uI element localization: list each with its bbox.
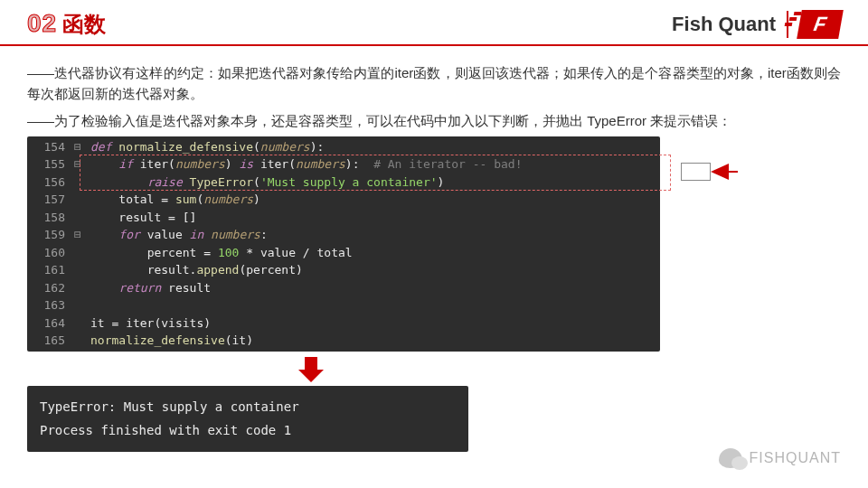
code-line: 159⊟ for value in numbers: [27, 226, 660, 244]
code-line: 164it = iter(visits) [27, 314, 660, 333]
section-number: 02 [27, 9, 57, 38]
brand-logo-icon: F [797, 10, 844, 39]
brand-name: Fish Quant [672, 13, 776, 36]
console-line-2: Process finished with exit code 1 [40, 418, 456, 443]
arrow-down-icon [298, 357, 324, 382]
code-line: 163 [27, 296, 660, 314]
header-left: 02 函数 [27, 9, 106, 39]
slide-content: ——迭代器协议有这样的约定：如果把迭代器对象传给内置的iter函数，则返回该迭代… [0, 46, 868, 452]
logo-divider [787, 11, 788, 38]
code-line: 157 total = sum(numbers) [27, 191, 660, 209]
code-area: 154⊟def normalize_defensive(numbers):155… [27, 136, 841, 352]
code-line: 154⊟def normalize_defensive(numbers): [27, 138, 660, 156]
section-title: 函数 [62, 10, 106, 39]
console-output: TypeError: Must supply a container Proce… [27, 386, 468, 452]
code-line: 158 result = [] [27, 209, 660, 227]
wechat-icon [719, 448, 742, 468]
code-line: 155⊟ if iter(numbers) is iter(numbers): … [27, 155, 660, 174]
slide-header: 02 函数 Fish Quant F [0, 0, 868, 46]
paragraph-2: ——为了检验输入值是迭代器对象本身，还是容器类型，可以在代码中加入以下判断，并抛… [27, 110, 841, 131]
code-line: 156 raise TypeError('Must supply a conta… [27, 174, 660, 192]
console-line-1: TypeError: Must supply a container [40, 395, 456, 419]
arrow-right-icon [684, 164, 738, 180]
code-line: 165normalize_defensive(it) [27, 332, 660, 350]
code-line: 161 result.append(percent) [27, 261, 660, 279]
footer-label: FISHQUANT [750, 450, 841, 466]
code-line: 162 return result [27, 279, 660, 297]
header-right: Fish Quant F [672, 10, 841, 39]
code-line: 160 percent = 100 * value / total [27, 244, 660, 262]
footer-brand: FISHQUANT [719, 448, 841, 468]
paragraph-1: ——迭代器协议有这样的约定：如果把迭代器对象传给内置的iter函数，则返回该迭代… [27, 62, 841, 105]
code-block: 154⊟def normalize_defensive(numbers):155… [27, 136, 660, 352]
